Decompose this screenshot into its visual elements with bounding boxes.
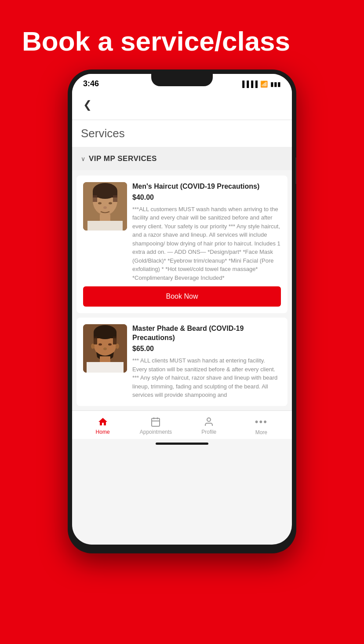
wifi-icon: 📶 [260, 80, 268, 88]
section-title: Services [72, 120, 292, 147]
status-bar: 3:46 ▐▐▐▐ 📶 ▮▮▮ [72, 74, 292, 92]
svg-point-20 [108, 344, 112, 346]
chevron-icon: ∨ [81, 155, 85, 162]
nav-item-profile[interactable]: Profile [193, 417, 224, 435]
svg-rect-15 [94, 337, 97, 344]
service-photo-1 [83, 182, 127, 231]
back-button[interactable]: ❮ [81, 96, 94, 113]
nav-bar: ❮ [72, 92, 292, 120]
service-photo-2 [83, 324, 127, 373]
nav-label-appointments: Appointments [140, 429, 172, 435]
svg-rect-16 [113, 337, 116, 344]
profile-icon [204, 417, 214, 427]
more-icon: ••• [255, 416, 268, 428]
signal-icon: ▐▐▐▐ [240, 80, 258, 88]
book-now-button-1[interactable]: Book Now [83, 286, 281, 307]
svg-rect-24 [152, 418, 160, 426]
svg-point-8 [103, 206, 107, 209]
nav-item-home[interactable]: Home [87, 417, 118, 435]
page-background: Book a service/class 3:46 ▐▐▐▐ 📶 ▮▮▮ [0, 0, 364, 644]
nav-item-more[interactable]: ••• More [246, 416, 277, 435]
service-desc-2: *** ALL clients MUST wash hands at enter… [132, 356, 281, 399]
nav-label-home: Home [96, 429, 110, 435]
calendar-icon [150, 417, 161, 427]
service-price-2: $65.00 [132, 345, 281, 353]
svg-point-18 [116, 344, 119, 349]
svg-point-19 [98, 344, 102, 346]
svg-point-7 [109, 202, 112, 205]
home-icon [98, 417, 108, 427]
svg-point-6 [98, 202, 102, 205]
svg-rect-23 [87, 362, 124, 373]
service-image-2 [83, 324, 127, 373]
service-price-1: $40.00 [132, 194, 281, 201]
home-indicator [156, 443, 208, 445]
bottom-nav: Home Appointments [72, 410, 292, 439]
service-card: Men's Haircut (COVID-19 Precautions) $40… [76, 176, 288, 313]
battery-icon: ▮▮▮ [270, 80, 281, 88]
status-time: 3:46 [83, 79, 99, 88]
service-card-2: Master Phade & Beard (COVID-19 Precautio… [76, 318, 288, 406]
nav-item-appointments[interactable]: Appointments [140, 417, 172, 435]
nav-label-more: More [255, 429, 267, 435]
status-icons: ▐▐▐▐ 📶 ▮▮▮ [240, 80, 281, 88]
nav-label-profile: Profile [201, 429, 216, 435]
service-image-1 [83, 182, 127, 231]
svg-rect-10 [87, 221, 123, 231]
svg-rect-4 [93, 195, 97, 202]
notch [151, 74, 213, 86]
service-info-1: Men's Haircut (COVID-19 Precautions) $40… [132, 182, 281, 282]
services-list: Men's Haircut (COVID-19 Precautions) $40… [72, 171, 292, 410]
svg-point-17 [91, 344, 95, 349]
service-info-2: Master Phade & Beard (COVID-19 Precautio… [132, 324, 281, 399]
page-header: Book a service/class [0, 0, 364, 70]
svg-point-21 [103, 348, 107, 350]
phone-frame: 3:46 ▐▐▐▐ 📶 ▮▮▮ ❮ Services ∨ [68, 70, 296, 553]
service-name-2: Master Phade & Beard (COVID-19 Precautio… [132, 324, 281, 343]
service-top: Men's Haircut (COVID-19 Precautions) $40… [83, 182, 281, 282]
page-title: Book a service/class [22, 26, 342, 56]
phone-wrapper: 3:46 ▐▐▐▐ 📶 ▮▮▮ ❮ Services ∨ [0, 70, 364, 571]
service-name-1: Men's Haircut (COVID-19 Precautions) [132, 182, 281, 191]
phone-screen: 3:46 ▐▐▐▐ 📶 ▮▮▮ ❮ Services ∨ [72, 74, 292, 545]
category-name: VIP MP SERVICES [89, 154, 157, 163]
side-button [295, 157, 296, 184]
svg-rect-5 [113, 195, 117, 202]
svg-point-28 [207, 418, 211, 421]
category-header[interactable]: ∨ VIP MP SERVICES [72, 147, 292, 170]
service-desc-1: ***ALL customers MUST wash hands when ar… [132, 205, 281, 282]
service-top-2: Master Phade & Beard (COVID-19 Precautio… [83, 324, 281, 399]
